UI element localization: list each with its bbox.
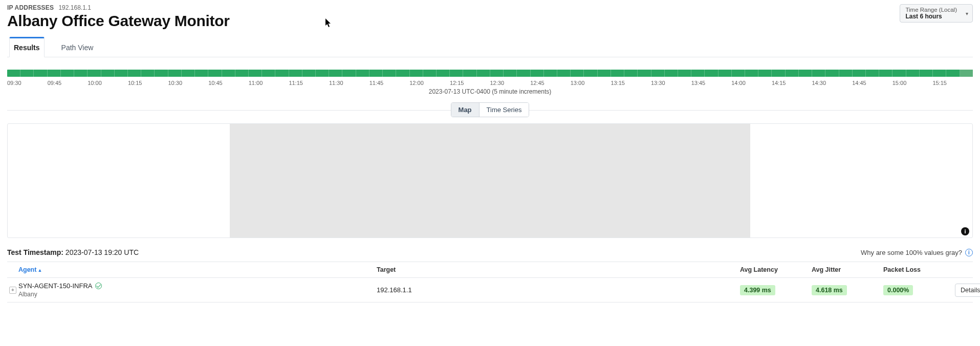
agent-name[interactable]: SYN-AGENT-150-INFRA	[18, 282, 92, 290]
timeline-segment[interactable]	[624, 70, 638, 77]
timeline-segment[interactable]	[302, 70, 316, 77]
timeline-segment[interactable]	[437, 70, 450, 77]
timeline-segment[interactable]	[490, 70, 504, 77]
timeline-segment[interactable]	[691, 70, 705, 77]
timeline-segment[interactable]	[410, 70, 423, 77]
timeline-segment[interactable]	[208, 70, 222, 77]
timeline-segment[interactable]	[115, 70, 128, 77]
col-avg-jitter[interactable]: Avg Jitter	[812, 266, 883, 273]
timeline-segment[interactable]	[933, 70, 946, 77]
timeline-segment[interactable]	[7, 70, 20, 77]
view-toggle-timeseries[interactable]: Time Series	[479, 103, 529, 117]
timeline-segment[interactable]	[128, 70, 141, 77]
timeline-segment[interactable]	[678, 70, 691, 77]
col-target[interactable]: Target	[377, 266, 740, 273]
timeline-segment[interactable]	[772, 70, 785, 77]
timeline-segment[interactable]	[906, 70, 920, 77]
timeline-segment[interactable]	[316, 70, 329, 77]
timeline-segment[interactable]	[20, 70, 34, 77]
help-gray-values[interactable]: Why are some 100% values gray? i	[861, 249, 973, 256]
timeline-segment[interactable]	[839, 70, 853, 77]
avg-latency-pill: 4.399 ms	[740, 285, 775, 295]
details-button[interactable]: Details	[955, 284, 980, 297]
packet-loss-pill: 0.000%	[883, 285, 913, 295]
timeline-segment[interactable]	[638, 70, 651, 77]
map-panel[interactable]: i	[7, 123, 973, 238]
timeline-segment[interactable]	[369, 70, 383, 77]
timeline-segment[interactable]	[853, 70, 866, 77]
timeline-segment[interactable]	[557, 70, 571, 77]
timeline-segment[interactable]	[920, 70, 933, 77]
timeline-segment[interactable]	[383, 70, 396, 77]
timeline-segment[interactable]	[101, 70, 115, 77]
timeline-segment[interactable]	[88, 70, 101, 77]
time-range-picker[interactable]: Time Range (Local) Last 6 hours ▾	[900, 4, 973, 23]
timeline-segment[interactable]	[786, 70, 799, 77]
col-packet-loss[interactable]: Packet Loss	[883, 266, 955, 273]
timeline-segment[interactable]	[758, 70, 772, 77]
timeline-segment[interactable]	[504, 70, 517, 77]
timeline-segment[interactable]	[477, 70, 490, 77]
timeline-segment[interactable]	[584, 70, 597, 77]
timeline-segment[interactable]	[812, 70, 825, 77]
timeline-status-bar[interactable]	[7, 70, 973, 77]
timeline-segment[interactable]	[262, 70, 275, 77]
timeline-segment[interactable]	[141, 70, 155, 77]
timeline-segment[interactable]	[396, 70, 409, 77]
timeline-segment[interactable]	[544, 70, 557, 77]
timeline-segment[interactable]	[866, 70, 879, 77]
timeline-segment[interactable]	[732, 70, 745, 77]
timeline-segment[interactable]	[48, 70, 61, 77]
tab-results[interactable]: Results	[9, 37, 45, 57]
timeline-segment[interactable]	[235, 70, 249, 77]
view-toggle: Map Time Series	[451, 102, 530, 117]
timeline-segment[interactable]	[342, 70, 356, 77]
page-title: Albany Office Gateway Monitor	[7, 12, 230, 30]
timeline-segment[interactable]	[463, 70, 476, 77]
timeline-segment[interactable]	[825, 70, 839, 77]
info-icon[interactable]: i	[961, 227, 969, 235]
timeline-segment[interactable]	[517, 70, 530, 77]
timeline-segment[interactable]	[611, 70, 624, 77]
timeline-segment[interactable]	[168, 70, 182, 77]
timeline-segment[interactable]	[960, 70, 973, 77]
timeline-segment[interactable]	[275, 70, 289, 77]
help-icon: i	[965, 249, 973, 256]
timeline-segment[interactable]	[329, 70, 342, 77]
timeline-segment[interactable]	[598, 70, 611, 77]
timeline-segment[interactable]	[182, 70, 195, 77]
timeline-segment[interactable]	[195, 70, 208, 77]
timeline-segment[interactable]	[946, 70, 960, 77]
col-avg-latency[interactable]: Avg Latency	[740, 266, 812, 273]
timeline-segment[interactable]	[34, 70, 47, 77]
timeline-segment[interactable]	[665, 70, 678, 77]
timeline-segment[interactable]	[423, 70, 437, 77]
time-range-value: Last 6 hours	[905, 13, 957, 20]
timeline-segment[interactable]	[450, 70, 463, 77]
sort-asc-icon: ▲	[37, 268, 42, 273]
timeline-segment[interactable]	[289, 70, 302, 77]
timeline-segment[interactable]	[799, 70, 812, 77]
timeline-segment[interactable]	[61, 70, 74, 77]
tab-path-view[interactable]: Path View	[57, 37, 98, 57]
expand-row-button[interactable]: +	[9, 287, 16, 294]
col-agent[interactable]: Agent▲	[18, 266, 377, 273]
timeline-tick: 09:45	[48, 80, 88, 86]
timeline-segment[interactable]	[571, 70, 584, 77]
view-toggle-map[interactable]: Map	[451, 103, 479, 117]
timeline-segment[interactable]	[356, 70, 369, 77]
timeline-tick: 11:30	[329, 80, 369, 86]
chevron-down-icon: ▾	[966, 11, 968, 16]
timeline-segment[interactable]	[651, 70, 665, 77]
timeline-segment[interactable]	[155, 70, 168, 77]
timeline-tick: 10:15	[128, 80, 168, 86]
timeline-segment[interactable]	[531, 70, 544, 77]
timeline-segment[interactable]	[892, 70, 906, 77]
timeline-segment[interactable]	[718, 70, 732, 77]
timeline-segment[interactable]	[222, 70, 235, 77]
timeline-segment[interactable]	[745, 70, 758, 77]
timeline-segment[interactable]	[74, 70, 88, 77]
timeline-segment[interactable]	[705, 70, 718, 77]
timeline-segment[interactable]	[879, 70, 892, 77]
timeline-segment[interactable]	[249, 70, 262, 77]
